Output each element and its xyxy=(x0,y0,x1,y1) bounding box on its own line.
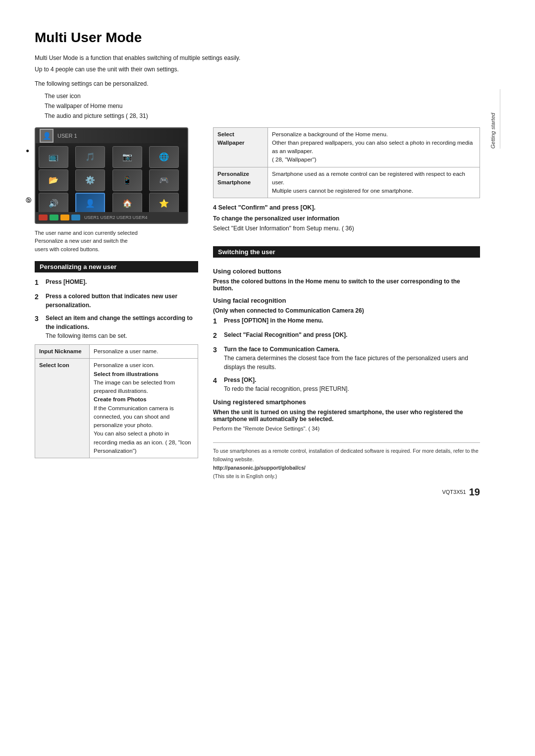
tv-menu-wrapper: ● 👤 USER 1 📺 🎵 📷 🌐 📂 ⚙️ xyxy=(35,127,198,224)
table-col1-wallpaper: SelectWallpaper xyxy=(214,127,268,167)
sub2-heading: Using facial recognition xyxy=(213,297,480,304)
section2-heading: Switching the user xyxy=(213,246,480,258)
table-row-wallpaper: SelectWallpaper Personalize a background… xyxy=(214,127,480,167)
step2-num: 2 xyxy=(35,292,44,302)
table-col2-nickname: Personalize a user name. xyxy=(90,345,198,359)
sub2-step4-bold: Press [OK]. xyxy=(224,377,256,383)
page-number-area: VQT3X51 19 xyxy=(213,486,480,498)
step4-confirm: 4 Select "Confirm" and press [OK]. xyxy=(213,204,480,211)
wallpaper-line1: Personalize a background of the Home men… xyxy=(272,131,388,137)
sub3-note: Perform the "Remote Device Settings". ( … xyxy=(213,425,480,433)
intro-section: Multi User Mode is a function that enabl… xyxy=(35,54,480,74)
smartphone-line1: Smartphone used as a remote control can … xyxy=(272,171,465,185)
red-button xyxy=(39,215,48,220)
table-col2-icon: Personalize a user icon. Select from ill… xyxy=(90,359,198,458)
footer-note-text: (This site is in English only.) xyxy=(213,472,480,481)
left-column: ● 👤 USER 1 📺 🎵 📷 🌐 📂 ⚙️ xyxy=(35,127,198,498)
change-user-info: To change the personalized user informat… xyxy=(213,214,480,233)
sub1-text: Press the colored buttons in the Home me… xyxy=(213,278,480,292)
table-col1-nickname: Input Nickname xyxy=(35,345,90,359)
sub2-step1-num: 1 xyxy=(213,316,222,326)
footer-line1: To use smartphones as a remote control, … xyxy=(213,447,480,464)
menu-item-11: 🏠 xyxy=(112,193,142,215)
table-row-icon: Select Icon Personalize a user icon. Sel… xyxy=(35,359,198,458)
tv-menu-image: 👤 USER 1 📺 🎵 📷 🌐 📂 ⚙️ 📱 🎮 xyxy=(35,127,188,224)
setting-item-1: The user icon xyxy=(45,91,480,101)
sub2-step3-num: 3 xyxy=(213,345,222,355)
menu-item-3: 📷 xyxy=(112,146,142,168)
sub2-step4-text: Press [OK]. To redo the facial recogniti… xyxy=(224,376,480,393)
sub2-step3-note: The camera determines the closest face f… xyxy=(224,355,468,371)
user-label: USER 1 xyxy=(57,133,77,139)
smartphone-line2: Multiple users cannot be registered for … xyxy=(272,188,413,194)
menu-item-9: 🔊 xyxy=(39,193,68,215)
main-content: Multi User Mode Multi User Mode is a fun… xyxy=(35,30,490,498)
page-title: Multi User Mode xyxy=(35,30,480,46)
icon-media-desc: You can also select a photo in recording… xyxy=(94,431,191,454)
menu-grid: 📺 🎵 📷 🌐 📂 ⚙️ 📱 🎮 🔊 👤 🏠 ⭐ xyxy=(36,143,187,217)
step1: 1 Press [HOME]. xyxy=(35,277,198,288)
page-code: VQT3X51 xyxy=(442,489,466,495)
menu-item-1: 📺 xyxy=(39,146,68,168)
side-tab: Getting started xyxy=(490,89,500,149)
table1: Input Nickname Personalize a user name. … xyxy=(35,344,198,458)
change-info-bold: To change the personalized user informat… xyxy=(213,215,339,222)
sub2-step4-note: To redo the facial recognition, press [R… xyxy=(224,385,349,392)
page-container: Multi User Mode Multi User Mode is a fun… xyxy=(35,30,500,498)
right-column: SelectWallpaper Personalize a background… xyxy=(213,127,480,498)
step4-text: 4 Select "Confirm" and press [OK]. xyxy=(213,204,316,211)
menu-item-4: 🌐 xyxy=(149,146,179,168)
step3: 3 Select an item and change the settings… xyxy=(35,314,198,340)
menu-item-2: 🎵 xyxy=(75,146,105,168)
setting-item-3: The audio and picture settings ( 28, 31) xyxy=(45,111,480,121)
sub2-step4-num: 4 xyxy=(213,376,222,386)
sub2-subnote: (Only when connected to Communication Ca… xyxy=(213,307,480,314)
step3-text: Select an item and change the settings a… xyxy=(46,314,198,340)
step3-note: The following items can be set. xyxy=(46,332,127,339)
menu-item-6: ⚙️ xyxy=(75,169,105,191)
yellow-button xyxy=(60,215,69,220)
settings-list: The user icon The wallpaper of Home menu… xyxy=(45,91,480,121)
sub2-step3-bold: Turn the face to Communication Camera. xyxy=(224,346,340,353)
sub2-step2-text: Select "Facial Recognition" and press [O… xyxy=(224,330,480,339)
sub2-step3-text: Turn the face to Communication Camera. T… xyxy=(224,345,480,372)
blue-button xyxy=(71,215,80,220)
sub2-step2: 2 Select "Facial Recognition" and press … xyxy=(213,330,480,341)
intro-para1: Multi User Mode is a function that enabl… xyxy=(35,54,480,63)
icon-illust-desc: The image can be selected from prepared … xyxy=(94,379,175,394)
step3-bold: Select an item and change the settings a… xyxy=(46,315,193,330)
bullet-a: ● xyxy=(26,147,29,154)
table-col2-smartphone: Smartphone used as a remote control can … xyxy=(268,167,480,198)
step3-num: 3 xyxy=(35,314,44,324)
intro-para2: Up to 4 people can use the unit with the… xyxy=(35,65,480,74)
sub2-step3: 3 Turn the face to Communication Camera.… xyxy=(213,345,480,372)
table-row-nickname: Input Nickname Personalize a user name. xyxy=(35,345,198,359)
step1-text: Press [HOME]. xyxy=(46,277,198,286)
icon-select-illust: Select from illustrations xyxy=(94,371,159,377)
user-icon-box: 👤 xyxy=(40,129,54,143)
sub2-step1-text: Press [OPTION] in the Home menu. xyxy=(224,316,480,325)
table-col1-icon: Select Icon xyxy=(35,359,90,458)
wallpaper-line3: ( 28, "Wallpaper") xyxy=(272,157,317,162)
icon-camera-desc: If the Communication camera is connected… xyxy=(94,405,174,429)
sub2-step1: 1 Press [OPTION] in the Home menu. xyxy=(213,316,480,326)
wallpaper-label: SelectWallpaper xyxy=(217,131,245,146)
section1-heading: Personalizing a new user xyxy=(35,261,198,272)
menu-item-10: 👤 xyxy=(75,193,105,215)
sub3-heading: Using registered smartphones xyxy=(213,398,480,406)
wallpaper-line2: Other than prepared wallpapers, you can … xyxy=(272,140,473,154)
green-button xyxy=(50,215,58,220)
table-col2-wallpaper: Personalize a background of the Home men… xyxy=(268,127,480,167)
footer-website: http://panasonic.jp/support/global/cs/ xyxy=(213,465,306,471)
menu-item-12: ⭐ xyxy=(149,193,179,215)
menu-header: 👤 USER 1 xyxy=(36,128,187,143)
smartphone-label: PersonalizeSmartphone xyxy=(217,171,251,185)
page-number: 19 xyxy=(469,486,480,498)
right-table-wrapper: SelectWallpaper Personalize a background… xyxy=(213,127,480,199)
bottom-bar-text: USER1 USER2 USER3 USER4 xyxy=(84,215,148,220)
menu-item-5: 📂 xyxy=(39,169,68,191)
table2: SelectWallpaper Personalize a background… xyxy=(213,127,480,199)
icon-line1: Personalize a user icon. xyxy=(94,362,155,368)
tv-caption: The user name and icon currently selecte… xyxy=(35,229,198,254)
sub2-step4: 4 Press [OK]. To redo the facial recogni… xyxy=(213,376,480,393)
